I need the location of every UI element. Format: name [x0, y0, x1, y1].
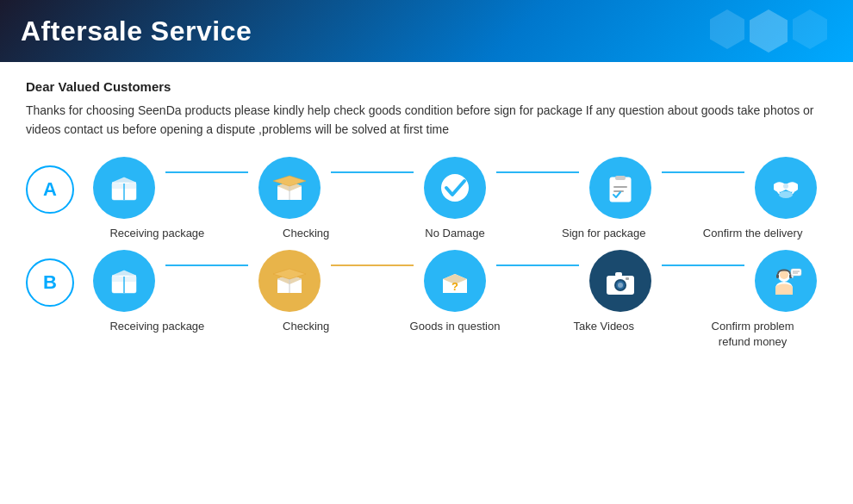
row-a-container: A	[26, 157, 827, 241]
svg-marker-26	[273, 269, 306, 279]
steps-icons-b: ?	[83, 250, 827, 312]
step-receiving-a	[83, 157, 165, 219]
row-b-container: B	[26, 250, 827, 350]
connector-b-2	[331, 264, 414, 266]
label-nodamage-a: No Damage	[381, 226, 530, 241]
open-box-icon	[271, 169, 308, 207]
hex-3	[793, 9, 827, 49]
header: Aftersale Service	[0, 0, 853, 62]
open-box-icon-b	[271, 262, 308, 300]
step-circle-nodamage-a	[424, 157, 486, 219]
question-box-icon: ?	[436, 262, 474, 300]
connector-b-3	[496, 264, 579, 266]
step-sign-a	[579, 157, 662, 219]
step-circle-confirm-a	[755, 157, 817, 219]
connector-a-3	[496, 171, 579, 173]
clipboard-icon	[601, 169, 639, 207]
camera-icon	[601, 262, 639, 300]
label-checking-a: Checking	[232, 226, 381, 241]
box-icon-b	[105, 262, 143, 300]
svg-point-38	[780, 271, 788, 279]
step-nodamage-a	[414, 157, 496, 219]
steps-a: Receiving package Checking No Damage Sig…	[83, 157, 827, 241]
row-label-b: B	[26, 258, 74, 307]
process-row-a: A	[26, 157, 827, 241]
svg-marker-9	[273, 176, 306, 186]
label-confirm-a: Confirm the delivery	[678, 226, 827, 241]
svg-rect-39	[776, 274, 779, 278]
step-circle-camera-b	[589, 250, 651, 312]
step-receiving-b	[83, 250, 165, 312]
hex-2	[750, 9, 788, 53]
label-checking-b: Checking	[232, 319, 381, 350]
step-confirm-a	[744, 157, 827, 219]
label-support-b: Confirm problemrefund money	[678, 319, 827, 350]
step-circle-question-b: ?	[424, 250, 486, 312]
step-camera-b	[579, 250, 662, 312]
box-icon	[105, 169, 143, 207]
svg-rect-34	[615, 272, 622, 277]
hex-1	[710, 9, 744, 49]
steps-icons-a	[83, 157, 827, 219]
steps-labels-b: Receiving package Checking Goods in ques…	[83, 319, 827, 350]
svg-marker-21	[112, 271, 136, 276]
label-question-b: Goods in question	[381, 319, 530, 350]
connector-a-1	[165, 171, 248, 173]
svg-rect-41	[791, 269, 801, 276]
svg-rect-35	[626, 277, 629, 280]
svg-point-33	[618, 283, 623, 288]
step-circle-receiving-a	[93, 157, 155, 219]
connector-b-1	[165, 264, 248, 266]
label-receiving-a: Receiving package	[83, 226, 232, 241]
svg-text:?: ?	[451, 280, 458, 293]
row-label-a: A	[26, 165, 74, 214]
step-checking-b	[248, 250, 331, 312]
step-support-b	[744, 250, 827, 312]
connector-b-4	[662, 264, 744, 266]
description-text: Thanks for choosing SeenDa products plea…	[26, 101, 827, 140]
handshake-icon	[767, 169, 805, 207]
steps-b: ?	[83, 250, 827, 350]
header-title: Aftersale Service	[21, 16, 252, 47]
header-decoration	[710, 9, 827, 53]
label-receiving-b: Receiving package	[83, 319, 232, 350]
label-camera-b: Take Videos	[529, 319, 678, 350]
support-icon	[767, 262, 805, 300]
step-circle-sign-a	[589, 157, 651, 219]
svg-point-15	[783, 184, 788, 189]
svg-rect-11	[610, 177, 631, 202]
svg-marker-4	[112, 177, 136, 183]
connector-a-4	[662, 171, 744, 173]
greeting-text: Dear Valued Customers	[26, 79, 827, 94]
label-sign-a: Sign for package	[529, 226, 678, 241]
svg-point-16	[779, 191, 793, 198]
step-checking-a	[248, 157, 331, 219]
checkmark-icon	[436, 169, 474, 207]
svg-rect-12	[615, 176, 626, 180]
step-circle-checking-b	[258, 250, 321, 312]
step-circle-checking-a	[258, 157, 321, 219]
steps-labels-a: Receiving package Checking No Damage Sig…	[83, 226, 827, 241]
connector-a-2	[331, 171, 414, 173]
svg-rect-13	[613, 186, 627, 188]
step-circle-support-b	[755, 250, 817, 312]
svg-rect-14	[613, 190, 624, 192]
process-row-b: B	[26, 250, 827, 350]
content-area: Dear Valued Customers Thanks for choosin…	[0, 62, 853, 367]
step-question-b: ?	[414, 250, 496, 312]
step-circle-receiving-b	[93, 250, 155, 312]
